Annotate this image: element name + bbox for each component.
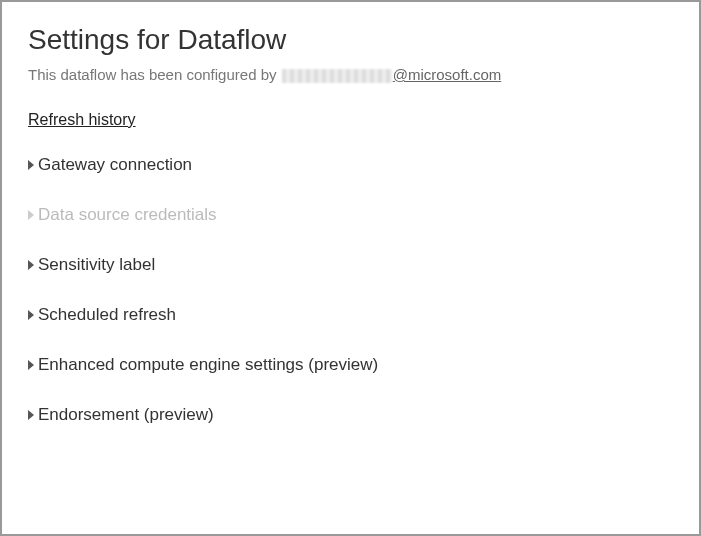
caret-right-icon	[28, 260, 34, 270]
caret-right-icon	[28, 360, 34, 370]
caret-right-icon	[28, 410, 34, 420]
email-domain: @microsoft.com	[393, 66, 502, 83]
section-scheduled-refresh[interactable]: Scheduled refresh	[28, 305, 673, 325]
refresh-history-link[interactable]: Refresh history	[28, 111, 136, 129]
section-data-source-credentials: Data source credentials	[28, 205, 673, 225]
section-gateway-connection[interactable]: Gateway connection	[28, 155, 673, 175]
section-sensitivity-label[interactable]: Sensitivity label	[28, 255, 673, 275]
section-label: Enhanced compute engine settings (previe…	[38, 355, 378, 375]
section-endorsement[interactable]: Endorsement (preview)	[28, 405, 673, 425]
caret-right-icon	[28, 310, 34, 320]
section-label: Scheduled refresh	[38, 305, 176, 325]
section-label: Endorsement (preview)	[38, 405, 214, 425]
page-title: Settings for Dataflow	[28, 24, 673, 56]
section-label: Data source credentials	[38, 205, 217, 225]
email-redacted	[282, 69, 392, 83]
configured-by-text: This dataflow has been configured by @mi…	[28, 66, 673, 83]
subtitle-prefix: This dataflow has been configured by	[28, 66, 281, 83]
caret-right-icon	[28, 160, 34, 170]
section-enhanced-compute-engine[interactable]: Enhanced compute engine settings (previe…	[28, 355, 673, 375]
caret-right-icon	[28, 210, 34, 220]
section-label: Gateway connection	[38, 155, 192, 175]
section-label: Sensitivity label	[38, 255, 155, 275]
